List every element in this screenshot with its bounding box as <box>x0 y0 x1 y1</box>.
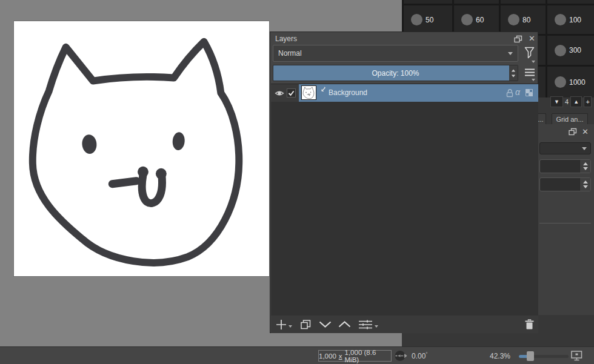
layer-visibility-eye-icon[interactable] <box>275 90 284 97</box>
filter-icon[interactable] <box>524 47 535 59</box>
rotation-angle-value: 0.00° <box>412 351 428 360</box>
layer-name: Background <box>329 88 367 97</box>
layer-thumbnail[interactable] <box>301 85 316 100</box>
spin-down-icon[interactable] <box>583 167 588 170</box>
brush-preview-circle <box>555 76 566 88</box>
brush-preset-label: 50 <box>425 16 433 24</box>
zoom-slider-handle[interactable] <box>527 351 534 361</box>
layers-panel: Layers ✕ Normal Opacity: 100% <box>270 31 538 333</box>
brush-preview-circle <box>411 14 422 25</box>
layer-properties-caret[interactable] <box>375 325 378 328</box>
drawing-canvas[interactable] <box>13 21 270 277</box>
canvas-size-indicator[interactable]: 1,000x1,000 (8.6 MiB) <box>318 350 392 362</box>
add-layer-caret[interactable] <box>289 325 292 328</box>
preset-add-button[interactable]: + <box>584 96 592 107</box>
blend-mode-dropdown[interactable]: Normal <box>273 45 518 62</box>
move-layer-down-button[interactable] <box>319 321 332 328</box>
preset-nav-controls: ▼ 4 ▲ + <box>550 96 594 107</box>
grid-type-dropdown[interactable] <box>539 142 591 154</box>
brush-preset-label: 1000 <box>569 78 586 87</box>
fullscreen-monitor-icon[interactable] <box>571 351 582 361</box>
rotation-angle-icon[interactable] <box>394 350 409 362</box>
add-layer-button[interactable] <box>276 319 287 330</box>
float-panel-icon[interactable] <box>514 35 522 43</box>
opacity-label: Opacity: 100% <box>273 65 518 81</box>
cat-head-outline <box>33 42 239 263</box>
chevron-down-icon <box>508 52 513 55</box>
preset-count: 4 <box>565 98 569 105</box>
layer-properties-button[interactable] <box>359 320 372 329</box>
layer-select-checkbox[interactable] <box>287 88 296 98</box>
duplicate-layer-button[interactable] <box>301 320 311 329</box>
spin-up-icon[interactable] <box>583 162 588 165</box>
opacity-slider[interactable]: Opacity: 100% <box>273 65 518 81</box>
layer-list: Background α <box>271 84 538 316</box>
chevron-down-icon <box>582 147 587 150</box>
brush-preset-100[interactable]: 100 <box>547 5 594 34</box>
zoom-level-value: 42.3% <box>479 352 510 360</box>
check-icon <box>288 90 295 96</box>
spin-down-icon[interactable] <box>583 185 588 188</box>
grid-spacing-y-spinner[interactable] <box>539 177 591 191</box>
move-layer-up-button[interactable] <box>338 321 351 328</box>
docker-tab-grid[interactable]: Grid an... <box>552 113 588 124</box>
layer-alpha-lock-icon[interactable]: α <box>515 87 520 97</box>
layers-panel-title: Layers <box>275 35 297 43</box>
preset-cell-partial <box>454 0 499 4</box>
brush-preset-80[interactable]: 80 <box>501 5 546 34</box>
brush-preset-label: 100 <box>569 16 581 24</box>
preset-cell-partial <box>404 0 452 4</box>
blend-mode-value: Normal <box>273 49 508 58</box>
preset-prev-button[interactable]: ▼ <box>550 96 563 107</box>
layer-inherit-alpha-icon[interactable] <box>526 89 533 96</box>
delete-layer-button[interactable] <box>524 319 535 330</box>
brush-preview-circle <box>508 14 519 25</box>
preset-next-button[interactable]: ▲ <box>570 96 582 107</box>
close-panel-icon[interactable]: ✕ <box>529 35 535 42</box>
brush-preset-label: 80 <box>522 16 530 24</box>
brush-preset-300[interactable]: 300 <box>547 36 594 65</box>
brush-preset-label: 60 <box>476 16 484 24</box>
brush-preset-label: 300 <box>569 46 581 55</box>
grid-docker-panel: ✕ <box>538 124 594 315</box>
brush-preview-circle <box>461 14 473 25</box>
docker-separator <box>539 223 591 223</box>
spin-up-icon[interactable] <box>583 180 588 184</box>
grid-spacing-x-spinner[interactable] <box>539 159 591 173</box>
preset-cell-partial <box>501 0 546 4</box>
layers-toolbar <box>271 316 538 333</box>
layer-lock-icon[interactable] <box>506 88 513 98</box>
brush-preset-60[interactable]: 60 <box>454 5 499 34</box>
preset-cell-partial <box>547 0 594 4</box>
layer-row-background[interactable]: Background α <box>271 84 538 102</box>
status-bar: 1,000x1,000 (8.6 MiB) 0.00° 42.3% <box>0 346 594 364</box>
brush-preview-circle <box>555 14 566 25</box>
brush-preset-1000[interactable]: 1000 <box>547 67 594 98</box>
brush-preview-circle <box>555 45 566 56</box>
float-docker-icon[interactable] <box>569 128 577 136</box>
cat-drawing <box>14 21 269 276</box>
layer-badge-icon <box>319 87 326 93</box>
brush-preset-50[interactable]: 50 <box>404 5 452 34</box>
close-docker-icon[interactable]: ✕ <box>582 128 589 136</box>
krita-window: 50 60 80 100 300 1000 ▼ <box>0 0 594 364</box>
size-x-link[interactable]: x <box>339 352 342 360</box>
layer-menu-caret[interactable] <box>532 79 535 81</box>
filter-options-caret[interactable] <box>532 61 535 63</box>
layer-menu-icon[interactable] <box>525 68 535 76</box>
